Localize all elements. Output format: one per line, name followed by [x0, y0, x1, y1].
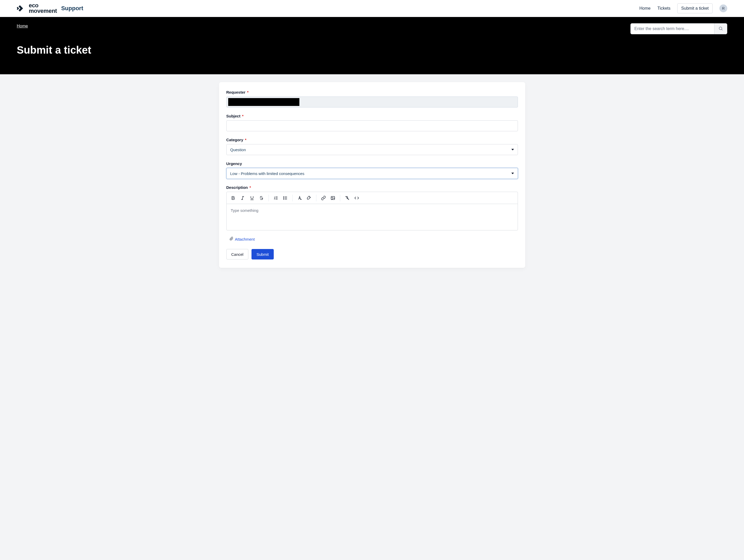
ticket-form-card: Requester * Subject * Category * Questio…: [219, 82, 525, 268]
italic-button[interactable]: [238, 194, 247, 202]
svg-point-19: [332, 197, 332, 198]
requester-input[interactable]: [226, 96, 518, 108]
logo-icon: [17, 4, 26, 12]
attachment-label: Attachment: [235, 237, 255, 241]
search-button[interactable]: [714, 23, 727, 34]
field-requester: Requester *: [226, 90, 518, 108]
image-button[interactable]: [328, 194, 337, 202]
page-title: Submit a ticket: [17, 44, 727, 56]
required-mark: *: [247, 90, 249, 94]
site-header: eco movement Support Home Tickets Submit…: [0, 0, 744, 17]
unordered-list-button[interactable]: [281, 194, 290, 202]
avatar[interactable]: R: [719, 4, 727, 12]
svg-point-14: [284, 198, 284, 198]
field-description: Description *: [226, 185, 518, 231]
underline-button[interactable]: [248, 194, 256, 202]
highlight-button[interactable]: [305, 194, 313, 202]
search: [630, 23, 727, 34]
editor-toolbar: [227, 192, 518, 204]
urgency-label: Urgency: [226, 161, 518, 166]
submit-button[interactable]: Submit: [252, 249, 274, 259]
required-mark: *: [242, 114, 244, 118]
category-label-text: Category: [226, 137, 244, 142]
svg-point-0: [719, 27, 722, 30]
required-mark: *: [245, 137, 247, 142]
svg-point-17: [300, 199, 301, 200]
attachment-button[interactable]: Attachment: [229, 237, 518, 242]
svg-line-1: [721, 29, 722, 30]
urgency-select[interactable]: Low - Problems with limited consequences: [226, 168, 518, 179]
bold-button[interactable]: [229, 194, 237, 202]
description-label: Description *: [226, 185, 518, 190]
text-color-button[interactable]: [295, 194, 304, 202]
category-label: Category *: [226, 137, 518, 142]
svg-point-13: [284, 196, 284, 197]
breadcrumb-home[interactable]: Home: [17, 24, 28, 29]
nav-home[interactable]: Home: [639, 6, 650, 11]
paperclip-icon: [229, 237, 233, 242]
required-mark: *: [249, 185, 251, 190]
logo-line2: movement: [29, 8, 57, 14]
hero: Home Submit a ticket: [0, 17, 744, 74]
link-button[interactable]: [319, 194, 328, 202]
description-input[interactable]: Type something: [227, 204, 518, 230]
search-icon: [718, 26, 723, 32]
svg-line-4: [242, 196, 243, 200]
search-input[interactable]: [630, 23, 714, 34]
nav-submit-button[interactable]: Submit a ticket: [677, 3, 713, 13]
requester-value-redacted: [228, 98, 299, 106]
subject-input[interactable]: [226, 120, 518, 131]
logo[interactable]: eco movement Support: [17, 3, 83, 14]
logo-support-text: Support: [61, 5, 83, 12]
field-subject: Subject *: [226, 114, 518, 131]
nav-tickets[interactable]: Tickets: [657, 6, 670, 11]
logo-text: eco movement: [29, 3, 57, 14]
chevron-down-icon: [511, 173, 514, 174]
description-label-text: Description: [226, 185, 248, 190]
category-select[interactable]: Question: [226, 144, 518, 155]
chevron-down-icon: [511, 149, 514, 150]
top-nav: Home Tickets Submit a ticket R: [639, 3, 727, 13]
strikethrough-button[interactable]: [257, 194, 266, 202]
urgency-value: Low - Problems with limited consequences: [230, 171, 304, 176]
field-category: Category * Question: [226, 137, 518, 155]
svg-point-15: [284, 199, 284, 199]
rich-editor: Type something: [226, 192, 518, 231]
subject-label-text: Subject: [226, 114, 240, 118]
clear-format-button[interactable]: [343, 194, 352, 202]
toolbar-separator: [316, 195, 317, 201]
ordered-list-button[interactable]: [271, 194, 280, 202]
field-urgency: Urgency Low - Problems with limited cons…: [226, 161, 518, 179]
code-button[interactable]: [352, 194, 361, 202]
requester-label-text: Requester: [226, 90, 246, 94]
cancel-button[interactable]: Cancel: [226, 249, 249, 259]
urgency-label-text: Urgency: [226, 161, 242, 166]
toolbar-separator: [292, 195, 293, 201]
category-value: Question: [230, 148, 246, 152]
form-actions: Cancel Submit: [226, 249, 518, 259]
toolbar-separator: [268, 195, 269, 201]
subject-label: Subject *: [226, 114, 518, 118]
requester-label: Requester *: [226, 90, 518, 94]
